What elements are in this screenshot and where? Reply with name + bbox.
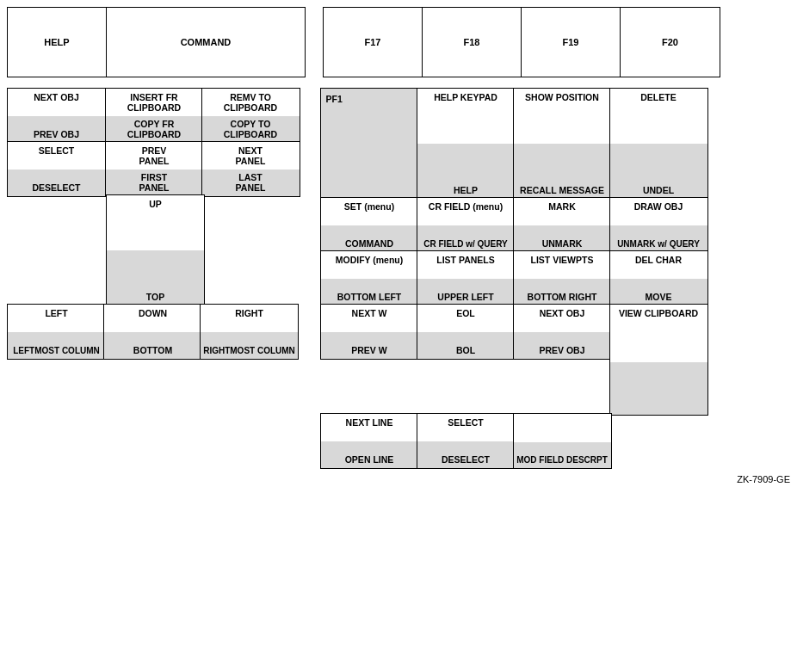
f18-key[interactable]: F18 — [423, 8, 522, 77]
next-prev-w-key[interactable]: NEXT W PREV W — [320, 304, 419, 360]
prev-obj-label: PREV OBJ — [34, 129, 79, 139]
select-deselect-r-key[interactable]: SELECT DESELECT — [417, 413, 516, 469]
up-top-key[interactable]: UP TOP — [106, 194, 205, 306]
select-deselect-key[interactable]: SELECT DESELECT — [7, 141, 106, 197]
right-grid: PF1 HELP KEYPAD HELP SHOW POSITION — [320, 88, 707, 469]
bol-label: BOL — [456, 345, 475, 355]
undel-label: UNDEL — [643, 185, 674, 195]
footer-label: ZK-7909-GE — [737, 474, 790, 484]
next-open-line-key[interactable]: NEXT LINE OPEN LINE — [320, 413, 419, 469]
keyboard-layout: HELP COMMAND F17 F18 F19 F20 — [7, 7, 790, 484]
move-label: MOVE — [646, 292, 672, 302]
f20-label: F20 — [662, 37, 678, 47]
modify-key[interactable]: MODIFY (menu) BOTTOM LEFT — [320, 250, 419, 306]
mark-label: MARK — [548, 201, 576, 212]
next-line-label: NEXT LINE — [346, 417, 393, 428]
eol-label: EOL — [456, 308, 475, 318]
draw-obj-key[interactable]: DRAW OBJ UNMARK w/ QUERY — [609, 197, 708, 253]
f19-key[interactable]: F19 — [522, 8, 621, 77]
help-keypad-key[interactable]: HELP KEYPAD HELP — [417, 88, 516, 200]
help-keypad-label: HELP KEYPAD — [434, 92, 497, 102]
right-row2: SET (menu) COMMAND CR FIELD (menu) CR FI… — [320, 197, 707, 252]
eol-bol-key[interactable]: EOL BOL — [417, 304, 516, 360]
next-obj-r-label: NEXT OBJ — [540, 308, 585, 318]
next-prev-obj-key[interactable]: NEXT OBJ PREV OBJ — [7, 88, 106, 144]
footer: ZK-7909-GE — [7, 474, 790, 484]
show-position-key[interactable]: SHOW POSITION RECALL MESSAGE — [513, 88, 612, 200]
bottom-left-label: BOTTOM LEFT — [337, 292, 401, 302]
select-r-label: SELECT — [448, 417, 483, 428]
bottom-right-label: BOTTOM RIGHT — [528, 292, 597, 302]
list-viewpts-key[interactable]: LIST VIEWPTS BOTTOM RIGHT — [513, 250, 612, 306]
copy-fr-label: COPY FR — [134, 119, 174, 129]
right-rightmost-key[interactable]: RIGHT RIGHTMOST COLUMN — [200, 304, 299, 360]
next-prev-obj-r-key[interactable]: NEXT OBJ PREV OBJ — [513, 304, 612, 360]
insert-copy-fr-clipboard-key[interactable]: INSERT FR CLIPBOARD COPY FR CLIPBOARD — [105, 88, 204, 144]
pf1-label: PF1 — [326, 94, 343, 104]
draw-obj-label: DRAW OBJ — [634, 201, 683, 212]
top-left-keys: HELP COMMAND — [7, 7, 306, 77]
next-panel-label: NEXT — [238, 145, 263, 156]
bottom-label: BOTTOM — [133, 345, 172, 355]
right-row3: MODIFY (menu) BOTTOM LEFT LIST PANELS UP… — [320, 250, 707, 305]
mod-field-label: MOD FIELD DESCRPT — [516, 455, 608, 465]
mark-unmark-key[interactable]: MARK UNMARK — [513, 197, 612, 253]
set-command-key[interactable]: SET (menu) COMMAND — [320, 197, 419, 253]
help-key[interactable]: HELP — [8, 8, 107, 77]
f18-label: F18 — [464, 37, 480, 47]
cr-field-key[interactable]: CR FIELD (menu) CR FIELD w/ QUERY — [417, 197, 516, 253]
unmark-label: UNMARK — [542, 238, 583, 249]
spacer-right — [204, 194, 303, 305]
del-char-move-key[interactable]: DEL CHAR MOVE — [609, 250, 708, 306]
right-label: RIGHT — [235, 308, 263, 318]
clipboard2-label: CLIPBOARD — [127, 129, 181, 139]
prev-first-panel-key[interactable]: PREV PANEL FIRST PANEL — [105, 141, 204, 197]
top-label: TOP — [146, 292, 164, 302]
help2-label: HELP — [454, 185, 478, 195]
f17-label: F17 — [365, 37, 381, 47]
list-panels-label: LIST PANELS — [436, 255, 494, 265]
open-line-label: OPEN LINE — [345, 454, 394, 465]
del-char-label: DEL CHAR — [635, 255, 682, 265]
command-label: COMMAND — [181, 37, 232, 47]
main-grids: NEXT OBJ PREV OBJ INSERT FR CLIPBOARD CO… — [7, 88, 790, 469]
set-menu-label: SET (menu) — [344, 201, 394, 212]
cr-field-query-label: CR FIELD w/ QUERY — [423, 239, 507, 249]
modify-label: MODIFY (menu) — [336, 255, 404, 265]
help-label: HELP — [44, 37, 69, 47]
down-bottom-key[interactable]: DOWN BOTTOM — [103, 304, 202, 360]
leftmost-col-label: LEFTMOST COLUMN — [13, 346, 100, 355]
upper-left-label: UPPER LEFT — [437, 292, 493, 302]
cr-field-menu-label: CR FIELD (menu) — [429, 201, 503, 212]
list-panels-key[interactable]: LIST PANELS UPPER LEFT — [417, 250, 516, 306]
right-row4: NEXT W PREV W EOL BOL — [320, 304, 707, 415]
next-w-label: NEXT W — [352, 308, 387, 318]
left-row1: NEXT OBJ PREV OBJ INSERT FR CLIPBOARD CO… — [7, 88, 303, 143]
rightmost-col-label: RIGHTMOST COLUMN — [203, 346, 295, 355]
clipboard4-label: CLIPBOARD — [224, 129, 277, 139]
unmark-query-label: UNMARK w/ QUERY — [617, 239, 700, 249]
mod-field-key[interactable]: MOD FIELD DESCRPT — [513, 413, 612, 469]
panel4-label: PANEL — [236, 182, 266, 193]
clipboard1-label: CLIPBOARD — [127, 102, 181, 113]
show-position-label: SHOW POSITION — [525, 92, 599, 102]
insert-fr-label: INSERT FR — [130, 92, 177, 102]
view-clipboard-key[interactable]: VIEW CLIPBOARD — [609, 304, 708, 416]
prev-panel-label: PREV — [142, 145, 167, 156]
top-right-keys: F17 F18 F19 F20 — [323, 7, 720, 77]
left-grid: NEXT OBJ PREV OBJ INSERT FR CLIPBOARD CO… — [7, 88, 303, 360]
panel2-label: PANEL — [139, 182, 170, 193]
view-clipboard-label: VIEW CLIPBOARD — [619, 308, 698, 318]
f17-key[interactable]: F17 — [324, 8, 423, 77]
left-leftmost-key[interactable]: LEFT LEFTMOST COLUMN — [7, 304, 106, 360]
remv-copy-to-clipboard-key[interactable]: REMV TO CLIPBOARD COPY TO CLIPBOARD — [201, 88, 300, 144]
panel1-label: PANEL — [139, 156, 170, 166]
delete-label: DELETE — [640, 92, 676, 102]
f20-key[interactable]: F20 — [621, 8, 720, 77]
next-last-panel-key[interactable]: NEXT PANEL LAST PANEL — [201, 141, 300, 197]
up-label: UP — [149, 199, 162, 209]
pf1-key[interactable]: PF1 — [320, 88, 419, 200]
delete-undel-key[interactable]: DELETE UNDEL — [609, 88, 708, 200]
command-key[interactable]: COMMAND — [107, 8, 305, 77]
recall-message-label: RECALL MESSAGE — [520, 185, 604, 195]
